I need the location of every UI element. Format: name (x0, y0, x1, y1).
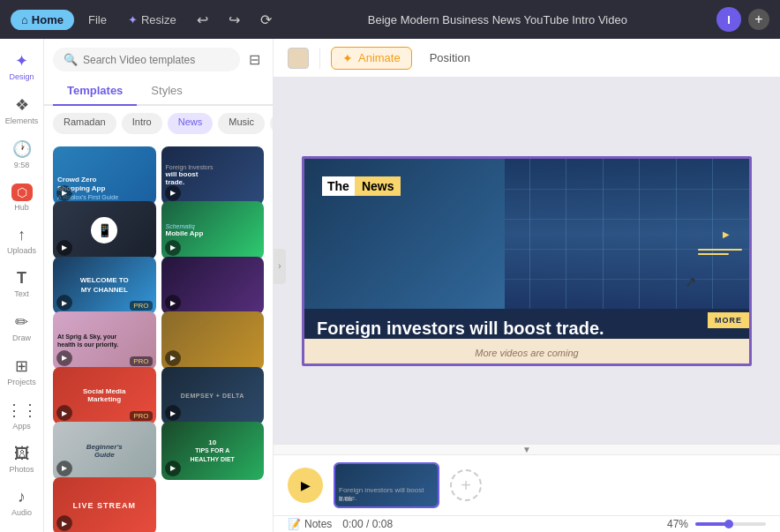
home-label: Home (32, 13, 64, 26)
timeline-bottom: 📝 Notes 0:00 / 0:08 47% (274, 515, 780, 532)
hub-label: Hub (14, 203, 29, 212)
timer-label: 9:58 (14, 161, 30, 169)
play-icon-8: ▶ (165, 350, 181, 366)
canvas-content: The News ▶ ↗ Foreign investors will (274, 78, 780, 444)
apps-label: Apps (12, 422, 31, 431)
design-icon: ✦ (15, 51, 28, 71)
news-tag: The News (322, 176, 401, 196)
design-label: Design (9, 72, 34, 81)
elements-label: Elements (5, 116, 39, 125)
zoom-slider[interactable] (695, 522, 766, 526)
sidebar-item-timer[interactable]: 🕐 9:58 (3, 134, 41, 175)
notes-icon: 📝 (288, 518, 301, 530)
preview-main-area: The News ▶ ↗ (304, 159, 749, 309)
sidebar-item-uploads[interactable]: ↑ Uploads (3, 221, 41, 260)
yellow-line-1 (698, 249, 742, 251)
search-icon: 🔍 (64, 53, 78, 66)
play-icon-12: ▶ (165, 461, 181, 476)
pro-badge-7: PRO (130, 356, 152, 366)
template-card-12[interactable]: 10TIPS FOR AHEALTHY DIET ▶ (161, 422, 265, 480)
timeline-play-button[interactable]: ▶ (288, 468, 323, 503)
topbar-actions: I + (716, 7, 769, 32)
template-card-5[interactable]: WELCOME TOMY CHANNEL ▶ PRO (53, 257, 156, 315)
chip-music[interactable]: Music (218, 113, 265, 134)
notes-button[interactable]: 📝 Notes (288, 518, 332, 530)
zoom-display: 47% (667, 518, 688, 530)
template-card-9[interactable]: Social MediaMarketing ▶ PRO (53, 367, 156, 425)
timer-button[interactable]: ⟳ (254, 7, 279, 32)
sidebar-item-apps[interactable]: ⋮⋮ Apps (3, 395, 41, 436)
video-preview[interactable]: The News ▶ ↗ Foreign investors will (302, 156, 752, 366)
template-card-4[interactable]: Schematiq Mobile App ▶ (161, 201, 265, 259)
uploads-label: Uploads (7, 246, 36, 255)
chip-nat[interactable]: Nat (270, 113, 273, 134)
timeline-clip[interactable]: Foreign investors will boost trade. 8.0s (334, 462, 439, 508)
play-icon-6: ▶ (165, 295, 181, 311)
audio-label: Audio (11, 508, 32, 517)
uploads-icon: ↑ (18, 226, 26, 244)
sidebar-item-text[interactable]: T Text (3, 264, 41, 303)
play-icon-10: ▶ (165, 405, 181, 421)
sidebar-item-projects[interactable]: ⊞ Projects (3, 351, 41, 392)
color-swatch[interactable] (288, 48, 309, 69)
timeline-add-button[interactable]: + (450, 469, 482, 501)
sidebar-item-photos[interactable]: 🖼 Photos (3, 439, 41, 479)
sidebar-icons: ✦ Design ❖ Elements 🕐 9:58 ⬡ Hub ↑ Uploa… (0, 39, 44, 532)
template-card-13[interactable]: LIVE STREAM ▶ (53, 477, 156, 532)
sidebar-item-elements[interactable]: ❖ Elements (3, 90, 41, 131)
clip-duration: 8.0s (339, 495, 352, 503)
home-button[interactable]: ⌂ Home (11, 10, 74, 30)
draw-label: Draw (12, 333, 31, 342)
play-icon-1: ▶ (56, 185, 72, 201)
timeline-collapse-icon: ▼ (522, 445, 531, 454)
search-bar: 🔍 ⊟ (44, 39, 273, 77)
play-icon-3: ▶ (56, 240, 72, 256)
undo-button[interactable]: ↩ (191, 7, 215, 32)
timeline-top[interactable]: ▼ (274, 445, 780, 455)
pro-badge-5: PRO (130, 301, 152, 311)
chip-ramadan[interactable]: Ramadan (53, 113, 116, 134)
template-card-3[interactable]: 📱 ▶ (53, 201, 156, 259)
tab-templates[interactable]: Templates (53, 77, 137, 106)
canvas-toolbar: ✦ Animate Position (274, 39, 780, 78)
animate-button[interactable]: ✦ Animate (331, 47, 412, 70)
redo-button[interactable]: ↪ (222, 7, 247, 32)
tab-styles[interactable]: Styles (137, 77, 196, 106)
template-card-11[interactable]: Beginner'sGuide ▶ (53, 422, 156, 480)
preview-headline-area: Foreign investors will boost trade. MORE (304, 309, 749, 339)
play-icon-4: ▶ (165, 240, 181, 256)
template-card-7[interactable]: At Sprig & Sky, yourhealth is our priori… (53, 311, 156, 370)
search-input[interactable] (83, 54, 229, 66)
resize-star-icon: ✦ (128, 13, 138, 26)
add-clip-icon: + (461, 476, 471, 496)
pro-badge-9: PRO (130, 411, 152, 421)
user-avatar[interactable]: I (716, 7, 741, 32)
resize-button[interactable]: ✦ Resize (121, 10, 184, 30)
template-card-6[interactable]: ▶ (161, 257, 265, 315)
category-chips: Ramadan Intro News Music Nat › (44, 106, 273, 141)
template-card-1[interactable]: Crowd ZeroShopping App A Roblox's First … (53, 146, 156, 205)
chip-news[interactable]: News (168, 113, 214, 134)
collapse-handle[interactable]: › (274, 249, 286, 284)
sidebar-item-draw[interactable]: ✏ Draw (3, 307, 41, 348)
file-button[interactable]: File (81, 10, 114, 30)
photos-icon: 🖼 (14, 445, 30, 463)
template-card-8[interactable]: ▶ (161, 311, 265, 370)
projects-icon: ⊞ (15, 356, 28, 376)
zoom-slider-wrap (695, 522, 766, 526)
zoom-knob[interactable] (724, 520, 733, 528)
sidebar-item-design[interactable]: ✦ Design (3, 46, 41, 86)
search-input-wrap[interactable]: 🔍 (53, 48, 240, 71)
home-icon: ⌂ (21, 13, 28, 26)
sidebar-item-hub[interactable]: ⬡ Hub (3, 178, 41, 217)
templates-grid: Crowd ZeroShopping App A Roblox's First … (44, 141, 273, 532)
add-button[interactable]: + (748, 9, 769, 30)
template-card-10[interactable]: DEMPSEY + DELTA ▶ (161, 367, 265, 425)
filter-button[interactable]: ⊟ (245, 48, 264, 71)
photos-label: Photos (9, 465, 34, 474)
chip-intro[interactable]: Intro (122, 113, 162, 134)
animate-icon: ✦ (342, 51, 353, 65)
position-button[interactable]: Position (423, 48, 477, 68)
sidebar-item-audio[interactable]: ♪ Audio (3, 483, 41, 522)
template-card-2[interactable]: Foreign Investors will boosttrade. ▶ (161, 146, 265, 205)
